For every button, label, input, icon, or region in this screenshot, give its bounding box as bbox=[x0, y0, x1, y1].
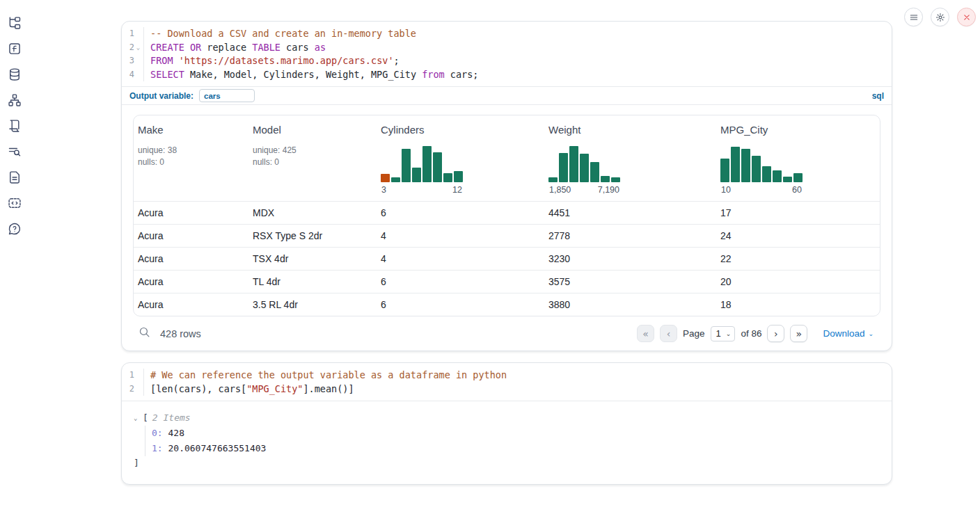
column-stat: nulls: 0 bbox=[253, 156, 377, 168]
page-select[interactable]: 1 ⌄ bbox=[711, 326, 736, 341]
table-row[interactable]: AcuraTSX 4dr4323022 bbox=[134, 247, 880, 270]
histogram-bar bbox=[793, 173, 803, 182]
histogram-max-label: 60 bbox=[792, 185, 802, 195]
documentation-icon[interactable] bbox=[7, 170, 22, 185]
table-cell: Acura bbox=[134, 230, 248, 241]
pagination: « ‹ Page 1 ⌄ of 86 › » bbox=[637, 325, 807, 342]
code-line[interactable]: 2[len(cars), cars["MPG_City"].mean()] bbox=[122, 383, 892, 396]
snippets-icon[interactable] bbox=[7, 118, 22, 134]
histogram-bar bbox=[720, 159, 729, 182]
table-row[interactable]: AcuraTL 4dr6357520 bbox=[134, 270, 880, 293]
histogram-bar bbox=[741, 149, 750, 182]
code-text[interactable]: -- Download a CSV and create an in-memor… bbox=[144, 27, 416, 41]
histogram-bar bbox=[391, 177, 400, 182]
column-name: MPG_City bbox=[720, 124, 880, 138]
list-entries: 0: 4281: 20.060747663551403 bbox=[145, 426, 880, 456]
column-stat: nulls: 0 bbox=[138, 156, 248, 168]
table-output: Makeunique: 38nulls: 0Modelunique: 425nu… bbox=[122, 105, 892, 316]
code-text[interactable]: SELECT Make, Model, Cylinders, Weight, M… bbox=[144, 68, 478, 82]
collapse-icon[interactable]: ⌄ bbox=[134, 410, 143, 426]
help-icon[interactable] bbox=[7, 221, 22, 236]
datasets-icon[interactable] bbox=[7, 67, 22, 82]
table-cell: 4451 bbox=[544, 207, 716, 218]
line-gutter: 3 bbox=[122, 54, 144, 68]
fold-toggle-icon[interactable]: ⌄ bbox=[134, 41, 142, 55]
close-icon bbox=[962, 13, 972, 22]
histogram-bar bbox=[601, 176, 610, 182]
last-page-button[interactable]: » bbox=[790, 325, 807, 342]
logs-icon[interactable] bbox=[7, 144, 22, 159]
table-cell: RSX Type S 2dr bbox=[248, 230, 377, 241]
column-name: Weight bbox=[548, 124, 716, 138]
table-row[interactable]: AcuraRSX Type S 2dr4277824 bbox=[134, 224, 880, 247]
download-button[interactable]: Download ⌄ bbox=[823, 328, 874, 339]
histogram-bar bbox=[402, 149, 411, 182]
histogram-axis-labels: 1,8507,190 bbox=[548, 185, 620, 195]
histogram-min-label: 3 bbox=[381, 185, 386, 195]
code-text[interactable]: # We can reference the output variable a… bbox=[144, 369, 507, 383]
python-output: ⌄ [ 2 Items 0: 4281: 20.060747663551403 … bbox=[122, 401, 892, 484]
sql-code-editor[interactable]: 1-- Download a CSV and create an in-memo… bbox=[122, 22, 892, 86]
code-text[interactable]: CREATE OR replace TABLE cars as bbox=[144, 41, 326, 55]
histogram-bars bbox=[381, 145, 463, 182]
table-cell: 6 bbox=[377, 299, 544, 310]
table-cell: 3.5 RL 4dr bbox=[248, 299, 377, 310]
table-body: AcuraMDX6445117AcuraRSX Type S 2dr427782… bbox=[134, 201, 880, 316]
prev-page-button[interactable]: ‹ bbox=[660, 325, 677, 342]
column-stat: unique: 425 bbox=[253, 145, 377, 156]
python-code-editor[interactable]: 1# We can reference the output variable … bbox=[122, 363, 892, 401]
line-number: 2 bbox=[125, 41, 134, 55]
close-bracket: ] bbox=[134, 456, 880, 470]
first-page-button[interactable]: « bbox=[637, 325, 654, 342]
column-histogram: 1,8507,190 bbox=[548, 145, 620, 195]
list-item: 1: 20.060747663551403 bbox=[152, 441, 880, 456]
items-count: 2 Items bbox=[152, 410, 191, 426]
line-number: 2 bbox=[125, 383, 134, 396]
column-stat: unique: 38 bbox=[138, 145, 248, 156]
code-text[interactable]: FROM 'https://datasets.marimo.app/cars.c… bbox=[144, 54, 400, 68]
table-cell: MDX bbox=[248, 207, 377, 218]
histogram-bar bbox=[569, 146, 578, 182]
table-cell: 20 bbox=[716, 276, 880, 287]
histogram-bar bbox=[422, 146, 432, 182]
table-cell: TL 4dr bbox=[248, 276, 377, 287]
histogram-max-label: 7,190 bbox=[598, 185, 619, 195]
code-line[interactable]: 3FROM 'https://datasets.marimo.app/cars.… bbox=[122, 54, 892, 68]
table-row[interactable]: Acura3.5 RL 4dr6388018 bbox=[134, 293, 880, 316]
code-text[interactable]: [len(cars), cars["MPG_City"].mean()] bbox=[144, 383, 354, 396]
menu-button[interactable] bbox=[904, 8, 923, 26]
output-variable-input[interactable] bbox=[199, 89, 255, 102]
dependency-graph-icon[interactable] bbox=[7, 92, 22, 108]
table-column-header[interactable]: Weight1,8507,190 bbox=[544, 124, 716, 195]
shutdown-button[interactable] bbox=[957, 8, 976, 26]
histogram-bar bbox=[454, 171, 463, 182]
code-line[interactable]: 2⌄CREATE OR replace TABLE cars as bbox=[122, 41, 892, 55]
output-variable-row: Output variable: sql bbox=[122, 86, 892, 105]
settings-button[interactable] bbox=[931, 8, 949, 26]
histogram-bar bbox=[433, 152, 442, 182]
line-number: 4 bbox=[125, 68, 134, 82]
language-badge: sql bbox=[872, 91, 884, 101]
line-number: 1 bbox=[125, 369, 134, 383]
scratchpad-icon[interactable] bbox=[7, 195, 22, 211]
code-line[interactable]: 1# We can reference the output variable … bbox=[122, 369, 892, 383]
histogram-bar bbox=[731, 147, 740, 182]
histogram-bar bbox=[590, 162, 599, 182]
search-icon[interactable] bbox=[139, 326, 150, 341]
histogram-bar bbox=[443, 173, 452, 182]
list-output-header: ⌄ [ 2 Items bbox=[134, 410, 880, 426]
histogram-bar bbox=[783, 177, 792, 182]
table-row[interactable]: AcuraMDX6445117 bbox=[134, 201, 880, 224]
table-cell: 6 bbox=[377, 276, 544, 287]
hamburger-icon bbox=[909, 13, 919, 22]
table-column-header[interactable]: MPG_City1060 bbox=[716, 124, 880, 195]
functions-icon[interactable] bbox=[7, 41, 22, 56]
histogram-bar bbox=[381, 174, 390, 182]
next-page-button[interactable]: › bbox=[767, 325, 784, 342]
file-tree-icon[interactable] bbox=[7, 15, 22, 31]
table-column-header[interactable]: Modelunique: 425nulls: 0 bbox=[248, 124, 377, 195]
code-line[interactable]: 1-- Download a CSV and create an in-memo… bbox=[122, 27, 892, 41]
table-column-header[interactable]: Makeunique: 38nulls: 0 bbox=[134, 124, 248, 195]
code-line[interactable]: 4SELECT Make, Model, Cylinders, Weight, … bbox=[122, 68, 892, 82]
table-column-header[interactable]: Cylinders312 bbox=[377, 124, 544, 195]
